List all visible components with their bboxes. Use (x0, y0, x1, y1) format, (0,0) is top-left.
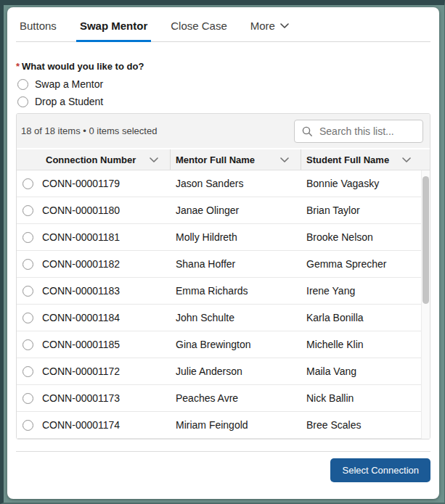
table-row[interactable]: CONN-00001174Miriam FeingoldBree Scales (17, 412, 430, 439)
scrollbar-thumb[interactable] (422, 176, 429, 304)
cell-student-full-name: Bree Scales (301, 419, 430, 431)
tab-buttons[interactable]: Buttons (16, 10, 60, 41)
row-radio-cell (17, 313, 42, 323)
desktop-background: ButtonsSwap MentorClose CaseMore *What w… (0, 0, 445, 504)
tab-bar: ButtonsSwap MentorClose CaseMore (16, 7, 430, 42)
chevron-down-icon (280, 23, 289, 28)
cell-connection-number: CONN-00001180 (42, 205, 171, 216)
cell-student-full-name: Nick Ballin (301, 392, 430, 404)
table-row[interactable]: CONN-00001179Jason SandersBonnie Vagasky (17, 170, 430, 197)
column-header-label: Connection Number (46, 154, 136, 165)
table-scrollbar[interactable] (421, 170, 430, 439)
tab-label: Buttons (20, 20, 57, 32)
cell-student-full-name: Brooke Nelson (301, 231, 430, 243)
list-toolbar: 18 of 18 items • 0 items selected (17, 114, 430, 149)
radio-option-swap-a-mentor[interactable]: Swap a Mentor (16, 78, 430, 90)
table-body: CONN-00001179Jason SandersBonnie Vagasky… (17, 170, 430, 439)
cell-mentor-full-name: John Schulte (171, 312, 301, 323)
cell-mentor-full-name: Jason Sanders (171, 178, 301, 189)
row-radio-input[interactable] (23, 178, 33, 189)
cell-connection-number: CONN-00001184 (42, 312, 171, 323)
row-radio-cell (17, 420, 42, 431)
chevron-down-icon (150, 157, 158, 162)
table-row[interactable]: CONN-00001184John SchulteKarla Bonilla (17, 305, 430, 331)
action-radio-group: Swap a MentorDrop a Student (16, 78, 430, 107)
question-label: *What would you like to do? (16, 61, 430, 72)
cell-connection-number: CONN-00001183 (42, 285, 171, 297)
tab-label: Swap Mentor (80, 20, 147, 32)
column-header-connection-number[interactable]: Connection Number (17, 149, 171, 170)
cell-student-full-name: Bonnie Vagasky (301, 178, 430, 189)
row-radio-input[interactable] (23, 313, 33, 323)
tab-more[interactable]: More (247, 10, 293, 41)
select-connection-button[interactable]: Select Connection (330, 458, 430, 482)
tab-label: Close Case (171, 20, 227, 32)
cell-student-full-name: Irene Yang (301, 285, 430, 297)
row-radio-cell (17, 232, 42, 243)
cell-student-full-name: Brian Taylor (301, 205, 430, 216)
cell-student-full-name: Karla Bonilla (301, 312, 430, 323)
items-summary: 18 of 18 items • 0 items selected (21, 125, 157, 136)
cell-connection-number: CONN-00001182 (42, 258, 171, 270)
cell-mentor-full-name: Emma Richards (171, 285, 301, 297)
column-header-label: Mentor Full Name (176, 154, 255, 165)
row-radio-input[interactable] (23, 366, 33, 377)
table-header: Connection NumberMentor Full NameStudent… (17, 149, 430, 170)
row-radio-cell (17, 205, 42, 216)
row-radio-cell (17, 259, 42, 270)
cell-mentor-full-name: Gina Brewington (171, 339, 301, 350)
tab-close-case[interactable]: Close Case (167, 10, 231, 41)
row-radio-input[interactable] (23, 286, 33, 297)
row-radio-input[interactable] (23, 420, 33, 431)
cell-mentor-full-name: Miriam Feingold (171, 419, 301, 431)
row-radio-cell (17, 393, 42, 404)
search-box[interactable] (294, 120, 423, 143)
radio-label: Drop a Student (35, 96, 103, 107)
cell-connection-number: CONN-00001185 (42, 339, 171, 350)
table-row[interactable]: CONN-00001172Julie AndersonMaila Vang (17, 358, 430, 385)
table-row[interactable]: CONN-00001183Emma RichardsIrene Yang (17, 278, 430, 305)
required-asterisk: * (16, 61, 20, 72)
cell-mentor-full-name: Janae Olinger (171, 205, 301, 216)
search-input[interactable] (318, 125, 420, 138)
table-row[interactable]: CONN-00001180Janae OlingerBrian Taylor (17, 197, 430, 224)
row-radio-cell (17, 286, 42, 297)
row-radio-input[interactable] (23, 339, 33, 350)
radio-input[interactable] (17, 96, 28, 107)
radio-input[interactable] (17, 79, 28, 90)
row-radio-input[interactable] (23, 205, 33, 216)
chevron-down-icon (402, 157, 411, 162)
modal-footer: Select Connection (16, 458, 430, 482)
tab-swap-mentor[interactable]: Swap Mentor (76, 10, 151, 41)
cell-connection-number: CONN-00001174 (42, 419, 171, 431)
cell-connection-number: CONN-00001173 (42, 392, 171, 404)
cell-connection-number: CONN-00001179 (42, 178, 171, 189)
question-text: What would you like to do? (22, 61, 144, 72)
row-radio-input[interactable] (23, 393, 33, 404)
row-radio-cell (17, 339, 42, 350)
row-radio-input[interactable] (23, 232, 33, 243)
table-row[interactable]: CONN-00001181Molly HildrethBrooke Nelson (17, 224, 430, 251)
column-header-student-full-name[interactable]: Student Full Name (301, 149, 430, 170)
search-icon (302, 126, 312, 136)
swap-mentor-modal: ButtonsSwap MentorClose CaseMore *What w… (7, 7, 439, 499)
radio-option-drop-a-student[interactable]: Drop a Student (16, 96, 430, 107)
cell-student-full-name: Gemma Sprecher (301, 258, 430, 270)
cell-connection-number: CONN-00001181 (42, 231, 171, 243)
cell-mentor-full-name: Julie Anderson (171, 365, 301, 377)
cell-student-full-name: Maila Vang (301, 365, 430, 377)
table-row[interactable]: CONN-00001173Peaches AvreNick Ballin (17, 385, 430, 412)
cell-mentor-full-name: Peaches Avre (171, 392, 301, 404)
table-row[interactable]: CONN-00001185Gina BrewingtonMichelle Kli… (17, 331, 430, 358)
cell-mentor-full-name: Molly Hildreth (171, 231, 301, 243)
row-radio-input[interactable] (23, 259, 33, 270)
table-row[interactable]: CONN-00001182Shana HofferGemma Sprecher (17, 251, 430, 278)
column-header-mentor-full-name[interactable]: Mentor Full Name (171, 149, 301, 170)
connection-list-panel: 18 of 18 items • 0 items selected Connec… (16, 113, 430, 439)
radio-label: Swap a Mentor (35, 78, 103, 90)
cell-connection-number: CONN-00001172 (42, 365, 171, 377)
cell-mentor-full-name: Shana Hoffer (171, 258, 301, 270)
footer-divider (16, 451, 430, 452)
row-radio-cell (17, 178, 42, 189)
tab-label: More (250, 20, 275, 32)
